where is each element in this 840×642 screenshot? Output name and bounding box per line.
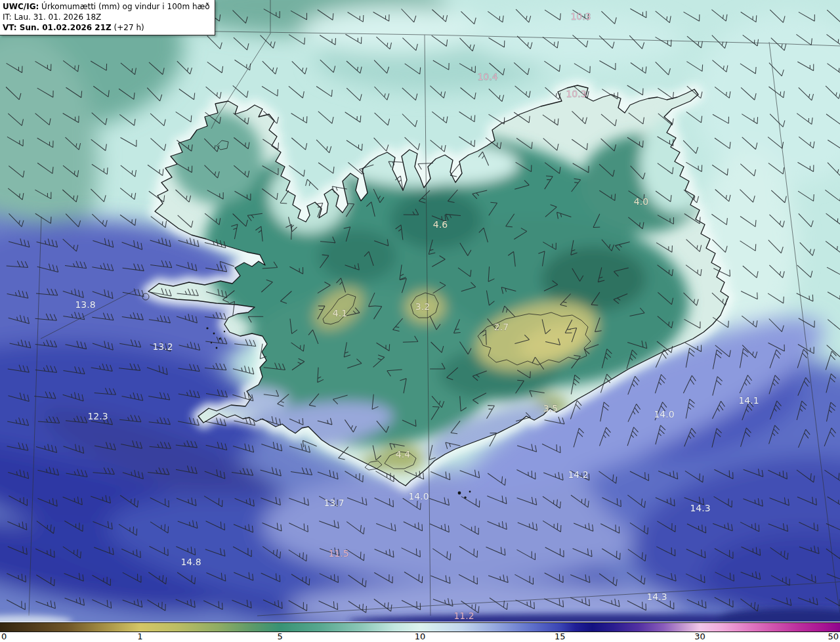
title-line-init-time: IT: Lau. 31. 01. 2026 18Z [3, 12, 210, 22]
title-box: UWC/IG: Úrkomumætti (mm) og vindur i 100… [0, 0, 215, 35]
map-canvas: 10.310.410.34.04.613.84.13.22.713.214.13… [0, 0, 840, 622]
map-value-label: 11.2 [453, 610, 474, 621]
map-value-label: 13.7 [324, 498, 344, 508]
map-value-label: 10.4 [477, 72, 497, 82]
map-value-label: 3.5 [543, 403, 558, 414]
colorbar-tick-labels: 01510153050 [0, 631, 840, 642]
map-value-label: 14.3 [646, 591, 667, 602]
title-line-valid-time: VT: Sun. 01.02.2026 21Z (+27 h) [3, 22, 210, 33]
colorbar-tick-label: 30 [694, 631, 705, 641]
map-value-label: 14.1 [738, 395, 759, 406]
map-value-label: 3.2 [415, 301, 430, 312]
map-value-label: 10.3 [566, 89, 586, 99]
precipitation-colorbar: 01510153050 [0, 622, 840, 642]
title-line-product: UWC/IG: Úrkomumætti (mm) og vindur i 100… [3, 1, 210, 12]
colorbar-tick-label: 5 [277, 631, 282, 641]
colorbar-tick-label: 0 [1, 631, 7, 641]
map-value-label: 11.5 [328, 548, 348, 559]
colorbar-tick-label: 10 [415, 631, 426, 641]
map-value-label: 14.0 [654, 409, 674, 419]
map-value-label: 4.1 [333, 308, 347, 318]
map-value-label: 4.6 [433, 219, 448, 230]
weather-map-screenshot: 10.310.410.34.04.613.84.13.22.713.214.13… [0, 0, 840, 642]
map-value-label: 14.0 [408, 491, 429, 502]
map-value-label: 13.8 [75, 299, 95, 310]
map-value-label: 4.4 [396, 449, 410, 460]
map-value-label: 13.2 [152, 341, 173, 352]
map-value-label: 12.3 [87, 411, 108, 421]
map-value-label: 10.3 [570, 11, 591, 22]
map-value-label: 4.0 [634, 196, 648, 207]
colorbar-gradient [0, 622, 840, 632]
map-value-label: 14.3 [690, 503, 710, 513]
precipitation-wind-map: 10.310.410.34.04.613.84.13.22.713.214.13… [0, 0, 840, 622]
map-value-label: 14.8 [180, 557, 201, 567]
map-value-label: 2.7 [494, 322, 509, 332]
colorbar-tick-label: 15 [555, 631, 566, 641]
colorbar-tick-label: 50 [828, 631, 839, 641]
map-value-label: 14.2 [568, 469, 588, 480]
colorbar-tick-label: 1 [137, 631, 142, 641]
